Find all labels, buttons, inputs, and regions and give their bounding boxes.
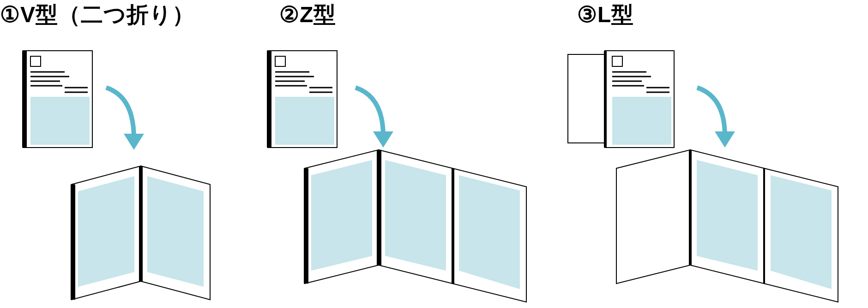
arrow-icon <box>106 88 144 150</box>
svg-rect-30 <box>304 168 308 284</box>
svg-marker-51 <box>697 160 758 271</box>
z-folded-icon <box>267 51 337 148</box>
svg-marker-49 <box>616 150 690 284</box>
diagram-z-type <box>259 46 554 304</box>
l-open-icon <box>616 150 838 302</box>
svg-marker-12 <box>78 176 134 287</box>
svg-marker-10 <box>124 134 144 150</box>
arrow-icon <box>697 88 735 148</box>
svg-rect-52 <box>689 150 692 265</box>
svg-rect-55 <box>763 168 765 284</box>
svg-rect-13 <box>71 184 75 300</box>
svg-rect-1 <box>22 51 27 148</box>
svg-rect-18 <box>267 51 271 148</box>
v-type-svg <box>14 46 254 304</box>
svg-rect-39 <box>604 51 607 148</box>
svg-marker-15 <box>147 176 204 287</box>
diagram-l-type <box>563 46 859 304</box>
z-open-icon <box>304 150 526 302</box>
v-open-icon <box>71 166 210 300</box>
arrow-icon <box>356 88 393 148</box>
svg-marker-27 <box>373 131 393 148</box>
diagram-v-type <box>14 46 254 304</box>
l-type-svg <box>563 46 859 304</box>
svg-rect-16 <box>139 166 143 281</box>
svg-marker-29 <box>311 160 372 271</box>
svg-rect-36 <box>452 168 454 284</box>
svg-marker-32 <box>385 160 446 271</box>
svg-marker-54 <box>771 175 832 289</box>
v-folded-icon <box>22 51 92 148</box>
svg-rect-2 <box>30 97 90 145</box>
heading-l-type: ③L型 <box>577 0 634 30</box>
svg-rect-40 <box>612 97 671 145</box>
svg-marker-35 <box>459 175 520 289</box>
z-type-svg <box>259 46 554 304</box>
svg-rect-33 <box>377 150 381 265</box>
l-folded-icon <box>568 51 674 148</box>
heading-v-type: ①V型（二つ折り） <box>0 0 195 30</box>
svg-marker-48 <box>715 131 735 148</box>
heading-z-type: ②Z型 <box>279 0 336 30</box>
svg-rect-19 <box>275 97 334 145</box>
